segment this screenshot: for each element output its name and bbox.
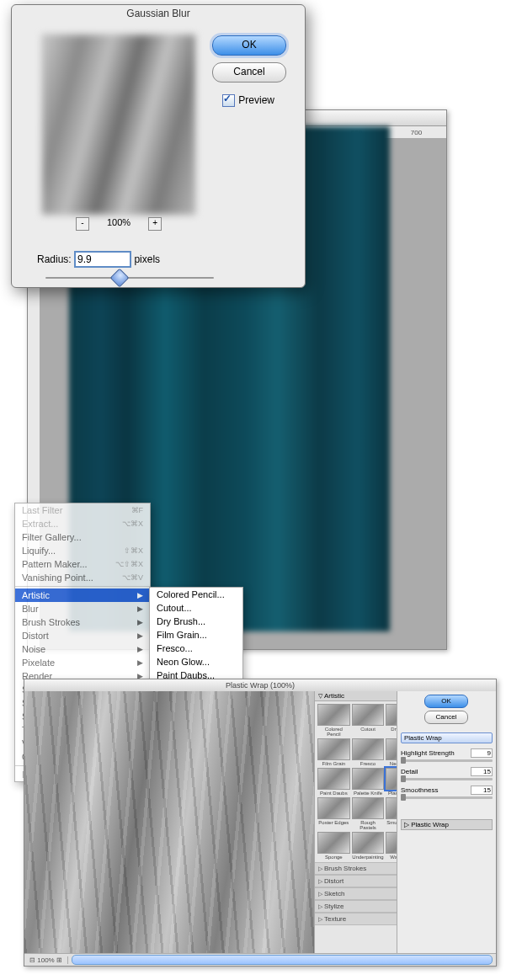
- filter-thumb[interactable]: Palette Knife: [352, 768, 385, 796]
- slider-thumb[interactable]: [110, 269, 130, 288]
- submenu-item[interactable]: Cutout...: [150, 601, 242, 615]
- ok-button[interactable]: OK: [212, 35, 286, 56]
- gallery-cancel-button[interactable]: Cancel: [424, 711, 468, 724]
- filter-select[interactable]: Plastic Wrap: [401, 732, 493, 743]
- filter-settings-panel: OK Cancel Plastic Wrap Highlight Strengt…: [397, 691, 496, 954]
- zoom-in-button[interactable]: +: [148, 217, 162, 231]
- setting-slider[interactable]: [401, 759, 493, 762]
- gallery-zoom[interactable]: ⊟ 100% ⊞: [24, 956, 68, 964]
- radius-input[interactable]: [74, 251, 131, 268]
- submenu-item[interactable]: Film Grain...: [150, 628, 242, 642]
- setting-row: Detail: [401, 767, 493, 776]
- menu-item: Extract...⌥⌘X: [15, 517, 150, 530]
- gallery-ok-button[interactable]: OK: [424, 695, 468, 708]
- radius-slider[interactable]: [45, 273, 214, 283]
- submenu-item[interactable]: Dry Brush...: [150, 615, 242, 628]
- dialog-title: Gaussian Blur: [12, 5, 305, 19]
- filter-thumb[interactable]: Sponge: [317, 832, 350, 860]
- filter-thumb[interactable]: Film Grain: [317, 738, 350, 766]
- menu-item: Last Filter⌘F: [15, 503, 150, 517]
- filter-gallery-statusbar: ⊟ 100% ⊞: [24, 953, 496, 966]
- radius-label: Radius:: [37, 253, 72, 265]
- setting-slider[interactable]: [401, 796, 493, 799]
- filter-gallery-window: Plastic Wrap (100%) Artistic Colored Pen…: [24, 679, 497, 967]
- preview-checkbox-row[interactable]: Preview: [222, 94, 274, 107]
- zoom-level: 100%: [107, 217, 130, 227]
- submenu-item[interactable]: Colored Pencil...: [150, 588, 242, 601]
- menu-item[interactable]: Liquify...⇧⌘X: [15, 544, 150, 557]
- menu-category[interactable]: Brush Strokes▶: [15, 615, 150, 629]
- filter-thumb[interactable]: Underpainting: [352, 832, 385, 860]
- setting-input[interactable]: [471, 767, 493, 776]
- submenu-item[interactable]: Fresco...: [150, 642, 242, 655]
- menu-category[interactable]: Noise▶: [15, 642, 150, 656]
- filter-thumb[interactable]: Cutout: [352, 704, 385, 737]
- filter-thumb[interactable]: Fresco: [352, 738, 385, 766]
- filter-thumb[interactable]: Colored Pencil: [317, 704, 350, 737]
- radius-control: Radius: pixels: [37, 251, 160, 268]
- menu-category[interactable]: Distort▶: [15, 629, 150, 642]
- setting-row: Smoothness: [401, 786, 493, 795]
- menu-category[interactable]: Pixelate▶: [15, 656, 150, 669]
- gaussian-blur-dialog: Gaussian Blur - 100% + Radius: pixels OK…: [11, 4, 306, 288]
- setting-input[interactable]: [471, 786, 493, 795]
- menu-category[interactable]: Artistic▶: [15, 589, 150, 602]
- preview-checkbox[interactable]: [222, 94, 235, 107]
- setting-input[interactable]: [471, 748, 493, 758]
- menu-item[interactable]: Vanishing Point...⌥⌘V: [15, 571, 150, 584]
- radius-unit: pixels: [134, 253, 160, 265]
- filter-gallery-title: Plastic Wrap (100%): [24, 679, 496, 692]
- filter-gallery-preview[interactable]: [24, 691, 314, 954]
- menu-item[interactable]: Pattern Maker...⌥⇧⌘X: [15, 557, 150, 571]
- horizontal-scrollbar[interactable]: [72, 955, 493, 965]
- setting-slider[interactable]: [401, 778, 493, 780]
- filter-thumb[interactable]: Paint Daubs: [317, 768, 350, 796]
- filter-thumb[interactable]: Poster Edges: [317, 797, 350, 830]
- zoom-controls: - 100% +: [42, 217, 195, 231]
- menu-category[interactable]: Blur▶: [15, 602, 150, 615]
- filter-thumb[interactable]: Rough Pastels: [352, 797, 385, 830]
- menu-item[interactable]: Filter Gallery...: [15, 530, 150, 544]
- preview-label: Preview: [238, 94, 274, 106]
- setting-row: Highlight Strength: [401, 748, 493, 758]
- cancel-button[interactable]: Cancel: [212, 62, 286, 83]
- effects-layer[interactable]: ▷ Plastic Wrap: [401, 819, 493, 830]
- zoom-out-button[interactable]: -: [76, 217, 89, 231]
- filter-preview[interactable]: [42, 35, 195, 215]
- submenu-item[interactable]: Neon Glow...: [150, 655, 242, 668]
